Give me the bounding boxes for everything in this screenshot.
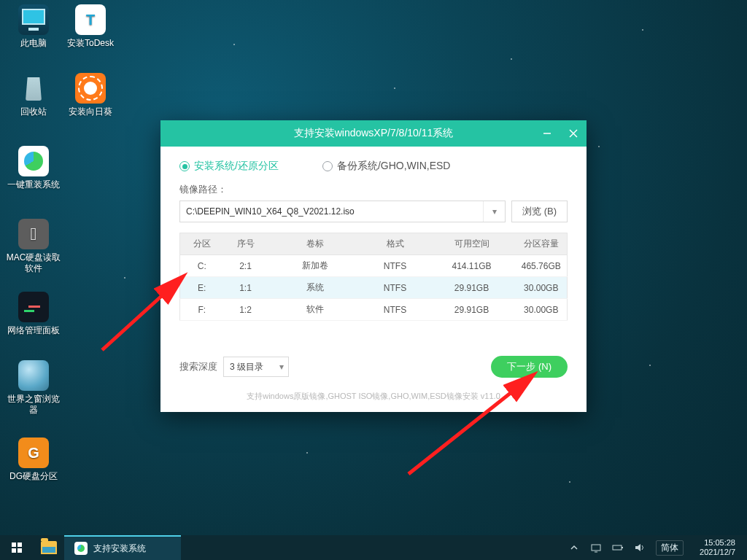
svg-rect-11 <box>613 545 622 550</box>
taskbar-app-item[interactable]: 支持安装系统 <box>64 535 181 560</box>
installer-window: 支持安装windowsXP/7/8/10/11系统 安装系统/还原分区 备份系统… <box>160 120 587 412</box>
svg-rect-9 <box>592 545 600 551</box>
cell-vol: 软件 <box>268 299 363 321</box>
clock-date: 2021/12/7 <box>700 548 735 557</box>
next-button[interactable]: 下一步 (N) <box>491 356 568 378</box>
globe-icon <box>18 360 49 391</box>
cell-drive: E: <box>180 277 224 299</box>
desktop-icon-label: 回收站 <box>6 106 61 117</box>
system-tray: 简体 15:05:28 2021/12/7 <box>562 535 747 560</box>
button-label: 下一步 (N) <box>507 360 551 373</box>
reinstall-icon <box>18 146 49 176</box>
taskbar: 支持安装系统 简体 15:05:28 2021/12/7 <box>0 535 747 560</box>
windows-logo-icon <box>11 542 23 553</box>
desktop-icon-diskgenius[interactable]: G DG硬盘分区 <box>6 438 61 482</box>
cell-fs: NTFS <box>363 299 428 321</box>
cell-total: 30.00GB <box>516 299 568 321</box>
tray-clock[interactable]: 15:05:28 2021/12/7 <box>694 538 741 556</box>
desktop-icon-label: DG硬盘分区 <box>6 471 61 482</box>
tray-battery-icon[interactable] <box>612 542 624 553</box>
svg-marker-13 <box>635 544 640 551</box>
browse-button[interactable]: 浏览 (B) <box>511 201 568 222</box>
svg-rect-8 <box>18 548 22 553</box>
cell-fs: NTFS <box>363 255 428 277</box>
cell-free: 414.11GB <box>428 255 516 277</box>
col-drive: 分区 <box>180 233 224 255</box>
installer-app-icon <box>74 542 88 555</box>
col-total: 分区容量 <box>516 233 568 255</box>
sunlogin-icon <box>75 73 106 104</box>
chevron-down-icon: ▾ <box>279 362 284 372</box>
window-title: 支持安装windowsXP/7/8/10/11系统 <box>294 127 454 140</box>
col-vol: 卷标 <box>268 233 363 255</box>
desktop-icon-label: 安装向日葵 <box>63 106 118 117</box>
cell-free: 29.91GB <box>428 277 516 299</box>
desktop-icon-mac-reader[interactable]:  MAC硬盘读取软件 <box>6 219 61 274</box>
start-button[interactable] <box>0 535 34 560</box>
radio-label: 安装系统/还原分区 <box>194 160 279 173</box>
cell-seq: 1:2 <box>224 299 268 321</box>
tray-chevron-up-icon[interactable] <box>568 542 580 553</box>
titlebar[interactable]: 支持安装windowsXP/7/8/10/11系统 <box>160 120 587 147</box>
desktop-icon-sunlogin[interactable]: 安装向日葵 <box>63 73 118 117</box>
apple-icon:  <box>18 219 49 249</box>
svg-rect-6 <box>18 542 22 547</box>
image-path-label: 镜像路径： <box>179 183 568 196</box>
cell-drive: F: <box>180 299 224 321</box>
todesk-icon: T <box>75 4 106 35</box>
svg-rect-12 <box>622 547 623 548</box>
search-depth-select[interactable]: 3 级目录 ▾ <box>223 357 289 377</box>
network-panel-icon <box>18 292 49 322</box>
partition-table: 分区 序号 卷标 格式 可用空间 分区容量 C:2:1新加卷NTFS414.11… <box>179 233 568 321</box>
desktop-icon-label: 世界之窗浏览器 <box>6 394 61 416</box>
image-path-combobox[interactable]: C:\DEEPIN_WIN10_X64_Q8_V2021.12.iso ▾ <box>179 201 506 222</box>
desktop-icon-label: 一键重装系统 <box>6 179 61 190</box>
tray-volume-icon[interactable] <box>634 542 646 553</box>
mode-install-radio[interactable]: 安装系统/还原分区 <box>179 160 279 173</box>
close-button[interactable] <box>560 120 587 147</box>
this-pc-icon <box>18 4 49 35</box>
cell-vol: 系统 <box>268 277 363 299</box>
desktop-icon-label: MAC硬盘读取软件 <box>6 252 61 274</box>
radio-dot-icon <box>179 161 190 171</box>
select-value: 3 级目录 <box>230 361 263 373</box>
radio-label: 备份系统/GHO,WIN,ESD <box>337 160 451 173</box>
button-label: 浏览 (B) <box>522 205 557 218</box>
search-depth-label: 搜索深度 <box>179 360 217 373</box>
cell-free: 29.91GB <box>428 299 516 321</box>
mode-backup-radio[interactable]: 备份系统/GHO,WIN,ESD <box>322 160 451 173</box>
table-row[interactable]: E:1:1系统NTFS29.91GB30.00GB <box>180 277 568 299</box>
col-seq: 序号 <box>224 233 268 255</box>
col-free: 可用空间 <box>428 233 516 255</box>
col-fs: 格式 <box>363 233 428 255</box>
clock-time: 15:05:28 <box>704 538 735 548</box>
cell-total: 30.00GB <box>516 277 568 299</box>
cell-total: 465.76GB <box>516 255 568 277</box>
image-path-value: C:\DEEPIN_WIN10_X64_Q8_V2021.12.iso <box>186 206 355 217</box>
tray-network-icon[interactable] <box>590 542 602 553</box>
desktop-icon-label: 网络管理面板 <box>6 325 61 336</box>
cell-drive: C: <box>180 255 224 277</box>
desktop-icon-todesk[interactable]: T 安装ToDesk <box>63 4 118 49</box>
diskgenius-icon: G <box>18 438 49 468</box>
desktop-icon-label: 此电脑 <box>6 38 61 49</box>
desktop-icon-netpanel[interactable]: 网络管理面板 <box>6 292 61 336</box>
file-explorer-icon <box>41 541 57 554</box>
taskbar-app-label: 支持安装系统 <box>93 542 146 555</box>
taskbar-explorer-button[interactable] <box>34 535 64 560</box>
cell-fs: NTFS <box>363 277 428 299</box>
desktop-icon-label: 安装ToDesk <box>63 38 118 49</box>
minimize-button[interactable] <box>534 120 560 147</box>
desktop-icon-reinstall[interactable]: 一键重装系统 <box>6 146 61 190</box>
cell-seq: 2:1 <box>224 255 268 277</box>
table-row[interactable]: C:2:1新加卷NTFS414.11GB465.76GB <box>180 255 568 277</box>
table-row[interactable]: F:1:2软件NTFS29.91GB30.00GB <box>180 299 568 321</box>
tray-ime-indicator[interactable]: 简体 <box>656 540 684 556</box>
desktop-icon-theworld[interactable]: 世界之窗浏览器 <box>6 360 61 416</box>
recycle-bin-icon <box>18 73 49 104</box>
cell-seq: 1:1 <box>224 277 268 299</box>
desktop-icon-recycle-bin[interactable]: 回收站 <box>6 73 61 117</box>
svg-rect-7 <box>12 548 16 553</box>
desktop-icon-this-pc[interactable]: 此电脑 <box>6 4 61 49</box>
cell-vol: 新加卷 <box>268 255 363 277</box>
